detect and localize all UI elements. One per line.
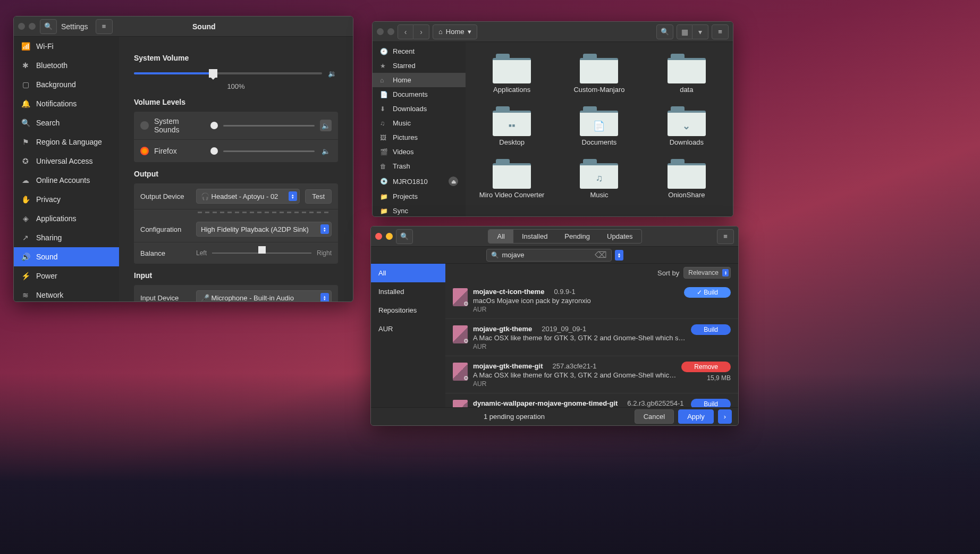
minimize-light[interactable] xyxy=(386,233,393,240)
view-options-button[interactable]: ▾ xyxy=(692,24,708,39)
files-sidebar-documents[interactable]: 📄Documents xyxy=(373,87,466,102)
volume-thumb[interactable] xyxy=(210,147,218,155)
app-volume-slider[interactable] xyxy=(223,150,315,152)
details-button[interactable]: › xyxy=(718,409,732,424)
pamac-filter-all[interactable]: All xyxy=(371,264,445,282)
files-sidebar-mjro1810[interactable]: 💿MJRO1810⏏ xyxy=(373,173,466,189)
sidebar-item-sharing[interactable]: ↗Sharing xyxy=(14,228,119,247)
test-button[interactable]: Test xyxy=(305,189,332,204)
files-sidebar-pictures[interactable]: 🖼Pictures xyxy=(373,130,466,145)
menu-button[interactable]: ≡ xyxy=(96,19,113,34)
folder-onionshare[interactable]: OnionShare xyxy=(646,159,728,199)
apply-button[interactable]: Apply xyxy=(678,409,714,424)
pamac-filter-installed[interactable]: Installed xyxy=(371,282,445,301)
search-button[interactable]: 🔍 xyxy=(40,19,57,34)
dropdown-arrows-icon: ▴▾ xyxy=(320,293,329,301)
package-action-button[interactable]: Remove xyxy=(681,362,731,372)
tab-all[interactable]: All xyxy=(488,230,513,243)
folder-icon xyxy=(668,159,706,189)
mute-button[interactable]: 🔈 xyxy=(320,120,332,131)
input-device-dropdown[interactable]: 🎤 Microphone - Built-in Audio ▴▾ xyxy=(196,290,332,301)
sidebar-item-applications[interactable]: ◈Applications xyxy=(14,209,119,228)
close-light[interactable] xyxy=(377,28,384,35)
files-sidebar-trash[interactable]: 🗑Trash xyxy=(373,159,466,173)
folder-desktop[interactable]: ▪▪Desktop xyxy=(471,106,553,146)
folder-documents[interactable]: 📄Documents xyxy=(558,106,640,146)
package-name: mojave-gtk-theme xyxy=(473,325,532,333)
sidebar-item-search[interactable]: 🔍Search xyxy=(14,113,119,132)
minimize-light[interactable] xyxy=(387,28,394,35)
sort-dropdown[interactable]: Relevance ▴▾ xyxy=(683,267,731,279)
pamac-filter-aur[interactable]: AUR xyxy=(371,320,445,338)
close-light[interactable] xyxy=(375,233,382,240)
package-row[interactable]: mojave-gtk-theme-git257.a3cfe21-1A Mac O… xyxy=(445,356,738,393)
tab-updates[interactable]: Updates xyxy=(598,230,641,243)
files-sidebar-videos[interactable]: 🎬Videos xyxy=(373,145,466,159)
package-action-button[interactable]: ✓ Build xyxy=(684,287,731,298)
search-field[interactable] xyxy=(502,251,592,259)
cancel-button[interactable]: Cancel xyxy=(635,409,674,424)
mute-button[interactable]: 🔈 xyxy=(320,145,332,157)
search-input[interactable]: 🔍 ⌫ xyxy=(486,249,612,262)
sidebar-item-privacy[interactable]: ✋Privacy xyxy=(14,190,119,209)
sidebar-item-bluetooth[interactable]: ✱Bluetooth xyxy=(14,56,119,75)
app-volume-slider[interactable] xyxy=(223,125,315,127)
sidebar-item-online-accounts[interactable]: ☁Online Accounts xyxy=(14,171,119,190)
sidebar-item-region-language[interactable]: ⚑Region & Language xyxy=(14,132,119,152)
balance-slider[interactable] xyxy=(212,248,311,258)
system-volume-slider[interactable] xyxy=(134,72,322,74)
pamac-filter-repositories[interactable]: Repositories xyxy=(371,301,445,320)
tab-pending[interactable]: Pending xyxy=(556,230,598,243)
package-action-button[interactable]: Build xyxy=(691,324,731,335)
sidebar-item-notifications[interactable]: 🔔Notifications xyxy=(14,94,119,113)
files-sidebar-starred[interactable]: ★Starred xyxy=(373,58,466,73)
package-row[interactable]: dynamic-wallpaper-mojave-gnome-timed-git… xyxy=(445,393,738,407)
close-light[interactable] xyxy=(18,23,25,30)
sidebar-item-network[interactable]: ≋Network xyxy=(14,286,119,301)
folder-custom-manjaro[interactable]: Custom-Manjaro xyxy=(558,54,640,94)
sidebar-icon: 🎬 xyxy=(380,148,387,156)
dropdown-arrows-icon: ▴▾ xyxy=(289,191,297,201)
folder-icon xyxy=(668,54,706,83)
minimize-light[interactable] xyxy=(29,23,36,30)
folder-music[interactable]: ♫Music xyxy=(558,159,640,199)
search-button[interactable]: 🔍 xyxy=(396,229,413,244)
files-sidebar-sync[interactable]: 📁Sync xyxy=(373,204,466,216)
sidebar-item-power[interactable]: ⚡Power xyxy=(14,266,119,286)
search-options-dropdown[interactable]: ▴▾ xyxy=(615,250,623,261)
package-name: dynamic-wallpaper-mojave-gnome-timed-git xyxy=(473,399,618,407)
back-button[interactable]: ‹ xyxy=(398,24,413,39)
sidebar-item-background[interactable]: ▢Background xyxy=(14,75,119,94)
folder-miro-video-converter[interactable]: Miro Video Converter xyxy=(471,159,553,199)
configuration-dropdown[interactable]: High Fidelity Playback (A2DP Sink) ▴▾ xyxy=(196,222,332,237)
forward-button[interactable]: › xyxy=(413,24,429,39)
files-sidebar-downloads[interactable]: ⬇Downloads xyxy=(373,102,466,116)
view-toggle-button[interactable]: ▦ xyxy=(677,24,692,39)
eject-button[interactable]: ⏏ xyxy=(449,177,458,186)
sidebar-item-sound[interactable]: 🔊Sound xyxy=(14,247,119,266)
files-sidebar-recent[interactable]: 🕘Recent xyxy=(373,44,466,58)
clear-icon[interactable]: ⌫ xyxy=(595,250,607,260)
sidebar-item-wi-fi[interactable]: 📶Wi-Fi xyxy=(14,37,119,56)
sidebar-item-universal-access[interactable]: ✪Universal Access xyxy=(14,152,119,171)
files-sidebar-music[interactable]: ♫Music xyxy=(373,116,466,130)
folder-data[interactable]: data xyxy=(646,54,728,94)
balance-label: Balance xyxy=(140,249,191,257)
package-row[interactable]: mojave-gtk-theme2019_09_09-1A Mac OSX li… xyxy=(445,319,738,356)
package-action-button[interactable]: Build xyxy=(691,399,731,407)
menu-button[interactable]: ≡ xyxy=(712,24,729,39)
sidebar-icon: ✋ xyxy=(21,195,30,204)
tab-installed[interactable]: Installed xyxy=(513,230,556,243)
menu-button[interactable]: ≡ xyxy=(717,229,734,244)
search-button[interactable]: 🔍 xyxy=(656,24,673,39)
volume-thumb[interactable] xyxy=(210,122,218,129)
path-button[interactable]: ⌂ Home ▾ xyxy=(433,24,477,39)
package-icon xyxy=(453,400,468,407)
folder-applications[interactable]: Applications xyxy=(471,54,553,94)
output-device-dropdown[interactable]: 🎧 Headset - Aptoyu - 02 ▴▾ xyxy=(196,189,300,204)
files-sidebar-projects[interactable]: 📁Projects xyxy=(373,189,466,204)
sidebar-icon: ◈ xyxy=(21,214,30,223)
files-sidebar-home[interactable]: ⌂Home xyxy=(373,73,466,87)
folder-downloads[interactable]: ⌄Downloads xyxy=(646,106,728,146)
package-row[interactable]: mojave-ct-icon-theme0.9.9-1macOs Mojave … xyxy=(445,282,738,319)
